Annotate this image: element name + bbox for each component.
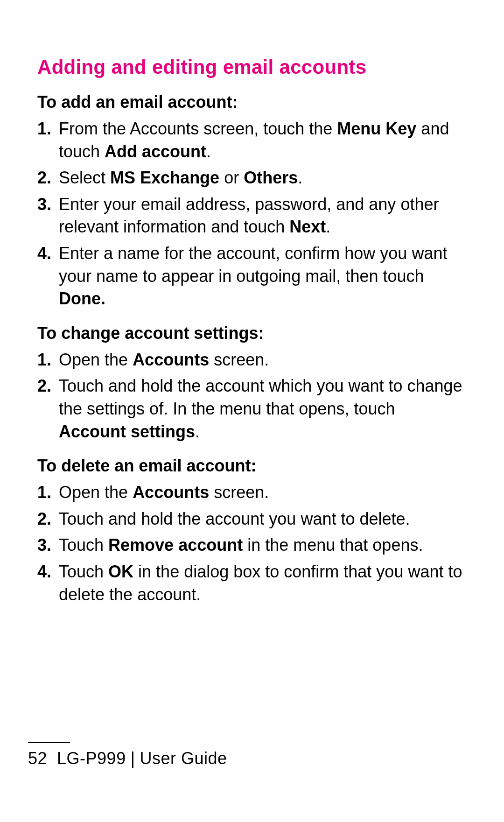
step-text: screen. xyxy=(209,350,269,369)
doc-label: User Guide xyxy=(140,749,227,768)
list-item: 3. Touch Remove account in the menu that… xyxy=(37,532,467,559)
device-model: LG-P999 xyxy=(57,749,126,768)
step-bold: Remove account xyxy=(108,535,243,555)
subheading-delete: To delete an email account: xyxy=(37,456,467,476)
list-item: 1. Open the Accounts screen. xyxy=(37,347,467,373)
step-number: 4. xyxy=(37,242,51,265)
step-text: in the menu that opens. xyxy=(243,535,423,555)
steps-change: 1. Open the Accounts screen. 2. Touch an… xyxy=(37,347,467,445)
list-item: 3. Enter your email address, password, a… xyxy=(37,191,467,240)
page-number: 52 xyxy=(28,749,47,768)
step-bold: Add account xyxy=(105,142,206,161)
list-item: 2. Select MS Exchange or Others. xyxy=(37,165,467,191)
footer-separator: | xyxy=(131,749,135,768)
step-bold: Accounts xyxy=(133,350,209,369)
steps-add: 1. From the Accounts screen, touch the M… xyxy=(37,116,467,312)
step-text: Touch and hold the account which you wan… xyxy=(59,376,462,418)
list-item: 2. Touch and hold the account you want t… xyxy=(37,506,467,533)
list-item: 4. Enter a name for the account, confirm… xyxy=(37,240,467,312)
footer-rule xyxy=(28,742,70,743)
step-bold: MS Exchange xyxy=(110,168,219,187)
subheading-add: To add an email account: xyxy=(37,92,467,112)
document-page: Adding and editing email accounts To add… xyxy=(0,0,504,822)
step-text: . xyxy=(298,168,302,187)
list-item: 1. Open the Accounts screen. xyxy=(37,479,467,506)
steps-delete: 1. Open the Accounts screen. 2. Touch an… xyxy=(37,479,467,608)
step-number: 2. xyxy=(37,375,51,398)
step-text: . xyxy=(326,217,330,236)
footer-text: 52 LG-P999|User Guide xyxy=(28,749,504,768)
step-text: Select xyxy=(59,168,110,187)
step-bold: Others xyxy=(244,168,298,187)
step-bold: Done. xyxy=(59,289,105,308)
step-text: . xyxy=(206,142,211,161)
step-text: screen. xyxy=(209,483,269,502)
step-text: Touch and hold the account you want to d… xyxy=(59,509,410,528)
step-text: Open the xyxy=(59,350,133,369)
step-number: 3. xyxy=(37,193,51,216)
step-number: 2. xyxy=(37,167,51,190)
step-text: Enter your email address, password, and … xyxy=(59,195,439,237)
step-number: 4. xyxy=(37,561,51,583)
step-text: Enter a name for the account, confirm ho… xyxy=(59,244,447,286)
step-text: From the Accounts screen, touch the xyxy=(59,119,337,138)
step-text: . xyxy=(195,422,200,441)
step-bold: OK xyxy=(108,562,133,581)
list-item: 4. Touch OK in the dialog box to confirm… xyxy=(37,559,467,608)
step-bold: Account settings xyxy=(59,422,195,441)
step-text: or xyxy=(219,168,244,187)
step-number: 3. xyxy=(37,534,51,557)
step-number: 1. xyxy=(37,118,51,141)
step-number: 1. xyxy=(37,349,51,372)
list-item: 1. From the Accounts screen, touch the M… xyxy=(37,116,467,165)
step-number: 1. xyxy=(37,481,51,504)
list-item: 2. Touch and hold the account which you … xyxy=(37,373,467,445)
step-text: Touch xyxy=(59,535,108,555)
step-bold: Next xyxy=(289,217,326,236)
subheading-change: To change account settings: xyxy=(37,323,467,343)
section-title: Adding and editing email accounts xyxy=(37,56,467,78)
step-bold: Accounts xyxy=(133,483,209,502)
step-number: 2. xyxy=(37,508,51,531)
step-text: Open the xyxy=(59,483,133,502)
step-text: Touch xyxy=(59,562,108,581)
page-footer: 52 LG-P999|User Guide xyxy=(0,742,504,768)
step-bold: Menu Key xyxy=(337,119,416,138)
